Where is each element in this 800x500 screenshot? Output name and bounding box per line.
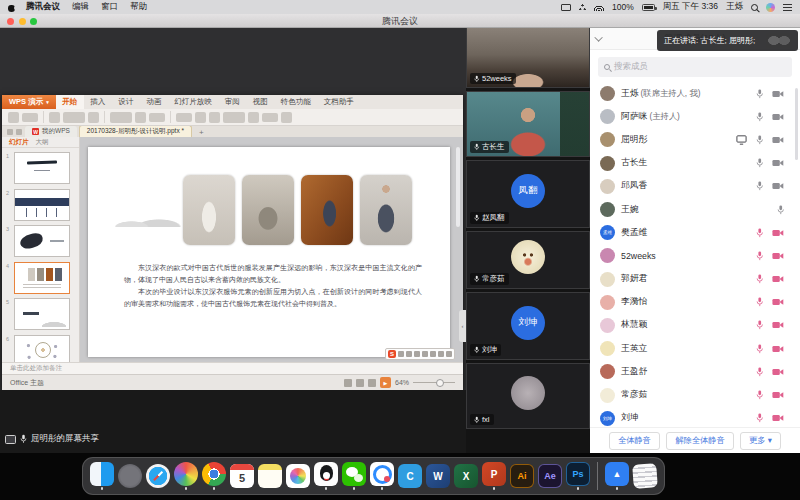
dock-app-icon[interactable]	[117, 464, 143, 488]
ime-tool-icon[interactable]	[398, 351, 405, 358]
mic-icon[interactable]	[756, 297, 764, 307]
wps-ribbon-tab[interactable]: 插入	[84, 95, 112, 109]
slide-thumbnail[interactable]: 5	[14, 298, 75, 330]
dock-app-icon[interactable]	[145, 464, 171, 488]
camera-icon[interactable]	[772, 159, 784, 167]
chevron-down-icon[interactable]	[594, 33, 602, 41]
video-tile[interactable]: 凤翻 赵凤翻	[466, 160, 590, 228]
camera-icon[interactable]	[772, 298, 784, 306]
toolbar-icon[interactable]	[281, 112, 292, 123]
member-row[interactable]: 古长生	[590, 152, 800, 175]
menu-item[interactable]: 编辑	[72, 1, 89, 13]
wps-ribbon-tab[interactable]: 开始	[56, 95, 84, 109]
slide-thumbnail[interactable]: 4	[14, 262, 75, 294]
mic-icon[interactable]	[756, 274, 764, 284]
toolbar-icon[interactable]	[88, 112, 99, 123]
member-row[interactable]: 王盈舒	[590, 360, 800, 383]
wps-ribbon-tab[interactable]: 幻灯片放映	[168, 95, 219, 109]
dock-app-icon[interactable]	[632, 464, 658, 488]
figurine-image[interactable]	[301, 175, 353, 245]
dock-app-icon[interactable]	[89, 462, 115, 490]
figurine-image[interactable]	[183, 175, 235, 245]
dock-app-icon[interactable]: W	[425, 464, 451, 488]
mic-icon[interactable]	[756, 158, 764, 168]
mic-icon[interactable]	[756, 181, 764, 191]
slide-thumbnail[interactable]: 2	[14, 189, 75, 221]
member-row[interactable]: 阿萨咪 (主持人)	[590, 105, 800, 128]
wps-ribbon-tab[interactable]: 视图	[246, 95, 274, 109]
nav-forward-icon[interactable]	[16, 129, 22, 135]
camera-icon[interactable]	[772, 182, 784, 190]
camera-icon[interactable]	[772, 229, 784, 237]
camera-icon[interactable]	[772, 391, 784, 399]
document-tab[interactable]: 20170328-屈明彤-设计说明.pptx *	[79, 126, 192, 137]
member-row[interactable]: 常彦茹	[590, 383, 800, 406]
toolbar-icon[interactable]	[8, 112, 19, 123]
slide-thumbnail[interactable]: 3	[14, 225, 75, 257]
footer-button[interactable]: 更多 ▾	[740, 432, 781, 450]
dock-app-icon[interactable]: P	[481, 462, 507, 490]
toolbar-icon[interactable]	[49, 112, 60, 123]
camera-icon[interactable]	[772, 368, 784, 376]
camera-icon[interactable]	[772, 345, 784, 353]
toolbar-icon[interactable]	[110, 112, 132, 123]
mic-icon[interactable]	[756, 367, 764, 377]
mic-icon[interactable]	[756, 390, 764, 400]
sogou-input-icon[interactable]: S	[388, 350, 396, 358]
wps-ribbon-tab[interactable]: 审阅	[218, 95, 246, 109]
dock-app-icon[interactable]: C	[397, 464, 423, 488]
normal-view-icon[interactable]	[344, 379, 352, 387]
toolbar-icon[interactable]	[248, 112, 259, 123]
slide-thumbnail[interactable]: 1	[14, 152, 75, 184]
video-tile[interactable]: 常彦茹	[466, 231, 590, 289]
wps-app-button[interactable]: WPS 演示▾	[2, 95, 56, 109]
dock-app-icon[interactable]	[341, 462, 367, 490]
menu-user-name[interactable]: 王烁	[726, 1, 743, 13]
camera-icon[interactable]	[772, 321, 784, 329]
camera-icon[interactable]	[772, 90, 784, 98]
dock-app-icon[interactable]: ▲	[604, 462, 630, 490]
toolbar-icon[interactable]	[22, 113, 38, 122]
member-row[interactable]: 郭妍君	[590, 268, 800, 291]
wps-ribbon-tab[interactable]: 特色功能	[274, 95, 317, 109]
dock-app-icon[interactable]	[285, 464, 311, 488]
pane-tab[interactable]: 大纲	[36, 138, 49, 147]
menu-item[interactable]: 腾讯会议	[26, 1, 60, 13]
current-slide[interactable]: 东汉深衣的款式对中国古代后世的服装发展产生深远的影响，东汉深衣是中国主流文化的产…	[88, 147, 450, 357]
toolbar-icon[interactable]	[135, 112, 146, 123]
footer-button[interactable]: 全体静音	[609, 432, 660, 450]
spotlight-search-icon[interactable]	[751, 4, 758, 11]
ime-tool-icon[interactable]	[430, 351, 437, 358]
slide-thumbnail[interactable]: 6	[14, 335, 75, 363]
member-row[interactable]: 李漪怡	[590, 291, 800, 314]
control-center-icon[interactable]	[783, 4, 792, 11]
toolbar-icon[interactable]	[262, 113, 278, 122]
ime-tool-icon[interactable]	[414, 351, 421, 358]
member-search-box[interactable]: 搜索成员	[598, 57, 792, 77]
wifi-icon[interactable]	[594, 3, 604, 11]
member-row[interactable]: 52weeks	[590, 244, 800, 267]
mic-icon[interactable]	[756, 112, 764, 122]
mic-icon[interactable]	[777, 205, 785, 215]
mic-icon[interactable]	[756, 320, 764, 330]
siri-icon[interactable]	[766, 3, 775, 12]
dock-app-icon[interactable]	[313, 462, 339, 490]
wps-ribbon-tab[interactable]: 动画	[140, 95, 168, 109]
toolbar-icon[interactable]	[176, 113, 192, 122]
mic-icon[interactable]	[756, 251, 764, 261]
figurine-image[interactable]	[242, 175, 294, 245]
camera-icon[interactable]	[772, 275, 784, 283]
wps-ribbon-tab[interactable]: 文档助手	[317, 95, 360, 109]
menu-clock[interactable]: 周五 下午 3:36	[663, 1, 718, 13]
collapse-video-strip-handle[interactable]: ‹	[459, 310, 466, 342]
ime-tool-icon[interactable]	[422, 351, 429, 358]
dock-app-icon[interactable]	[257, 464, 283, 488]
ime-tool-icon[interactable]	[438, 351, 445, 358]
member-row[interactable]: 王烁 (联席主持人, 我)	[590, 82, 800, 105]
nav-back-icon[interactable]	[7, 129, 13, 135]
member-row[interactable]: 王婉	[590, 198, 800, 221]
mic-icon[interactable]	[756, 228, 764, 238]
toolbar-icon[interactable]	[63, 112, 85, 123]
dock-app-icon[interactable]: X	[453, 464, 479, 488]
menu-item[interactable]: 帮助	[130, 1, 147, 13]
